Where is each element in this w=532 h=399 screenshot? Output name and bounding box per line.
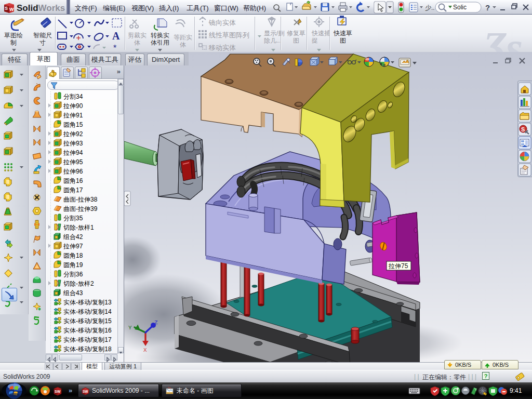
- svg-text:»: »: [69, 387, 72, 394]
- svg-text:剪裁实: 剪裁实: [128, 32, 147, 39]
- svg-text:Ӡs: Ӡs: [482, 23, 523, 52]
- svg-text:捉: 捉: [311, 37, 318, 44]
- svg-text:SolidWorks: SolidWorks: [17, 3, 65, 13]
- svg-text:体引用: 体引用: [151, 39, 169, 46]
- svg-text:S: S: [521, 126, 525, 132]
- svg-text:除几...: 除几...: [264, 37, 282, 44]
- svg-text:拉伸75: 拉伸75: [388, 262, 408, 270]
- svg-text:修复草: 修复草: [287, 30, 305, 37]
- svg-text:转换实: 转换实: [151, 32, 169, 39]
- svg-text:寸: 寸: [39, 39, 46, 46]
- svg-text:S: S: [5, 6, 8, 11]
- svg-text:快速捕: 快速捕: [311, 30, 330, 37]
- svg-text:等距实: 等距实: [174, 34, 192, 41]
- svg-text:图: 图: [340, 37, 346, 44]
- svg-text:体: 体: [180, 41, 186, 48]
- svg-text:少..: 少..: [425, 4, 435, 11]
- svg-text:移动实体: 移动实体: [208, 44, 236, 51]
- svg-text:镜向实体: 镜向实体: [208, 19, 236, 26]
- svg-text:Z: Z: [154, 320, 158, 326]
- svg-text:SW: SW: [55, 390, 61, 393]
- svg-text:制: 制: [10, 39, 17, 46]
- svg-text:草图绘: 草图绘: [4, 32, 23, 39]
- svg-text:图: 图: [293, 37, 299, 44]
- svg-text:X: X: [143, 347, 147, 353]
- svg-text:*: *: [113, 44, 116, 52]
- svg-text:快速草: 快速草: [333, 30, 352, 37]
- svg-text:体: 体: [134, 39, 140, 46]
- svg-text:Solic: Solic: [453, 4, 467, 11]
- svg-text:W: W: [9, 7, 14, 12]
- svg-text:线性草图阵列: 线性草图阵列: [209, 31, 249, 39]
- svg-text:A: A: [112, 30, 120, 42]
- svg-text:智能尺: 智能尺: [33, 32, 52, 39]
- svg-text:SW: SW: [83, 390, 88, 393]
- svg-text:Y: Y: [128, 325, 132, 331]
- svg-text:?: ?: [485, 3, 490, 12]
